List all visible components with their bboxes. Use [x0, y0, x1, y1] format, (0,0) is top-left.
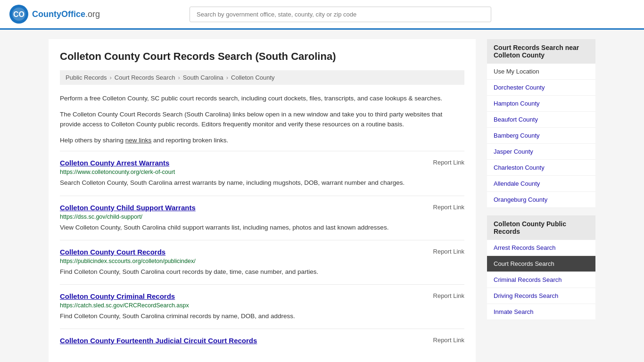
breadcrumb-colleton-county[interactable]: Colleton County	[231, 74, 275, 81]
result-url[interactable]: https://www.colletoncounty.org/clerk-of-…	[60, 169, 464, 175]
report-link[interactable]: Report Link	[433, 337, 464, 344]
sidebar-link-beaufort[interactable]: Beaufort County	[487, 112, 595, 128]
sidebar-link-jasper[interactable]: Jasper County	[487, 144, 595, 160]
result-url[interactable]: https://publicindex.sccourts.org/colleto…	[60, 258, 464, 264]
breadcrumb-public-records[interactable]: Public Records	[66, 74, 107, 81]
result-item: Colleton County Child Support Warrants R…	[60, 196, 464, 240]
sidebar-link-orangeburg[interactable]: Orangeburg County	[487, 192, 595, 208]
result-item: Colleton County Court Records Report Lin…	[60, 240, 464, 284]
breadcrumb-sep-2: ›	[178, 74, 180, 81]
result-url[interactable]: https://catch.sled.sc.gov/CRCRecordSearc…	[60, 302, 464, 309]
description-para1: Perform a free Colleton County, SC publi…	[60, 93, 464, 104]
breadcrumb-sep-3: ›	[226, 74, 228, 81]
result-url[interactable]: https://dss.sc.gov/child-support/	[60, 214, 464, 220]
sidebar: Court Records Search near Colleton Count…	[487, 39, 595, 362]
header: CO CountyOffice.org	[0, 0, 644, 30]
result-header: Colleton County Court Records Report Lin…	[60, 248, 464, 256]
use-my-location-link[interactable]: Use My Location	[487, 64, 595, 80]
nearby-section: Court Records Search near Colleton Count…	[487, 39, 595, 208]
sidebar-link-dorchester[interactable]: Dorchester County	[487, 80, 595, 96]
result-header: Colleton County Child Support Warrants R…	[60, 204, 464, 212]
logo-suffix: .org	[85, 9, 100, 19]
search-bar	[190, 7, 491, 22]
report-link[interactable]: Report Link	[433, 204, 464, 211]
result-title[interactable]: Colleton County Child Support Warrants	[60, 204, 196, 212]
search-input[interactable]	[190, 7, 491, 22]
logo-area[interactable]: CO CountyOffice.org	[9, 5, 100, 24]
result-item: Colleton County Arrest Warrants Report L…	[60, 151, 464, 195]
public-records-section-title: Colleton County Public Records	[487, 215, 595, 240]
result-title[interactable]: Colleton County Court Records	[60, 248, 165, 256]
report-link[interactable]: Report Link	[433, 292, 464, 299]
sidebar-link-charleston[interactable]: Charleston County	[487, 160, 595, 176]
new-links-link[interactable]: new links	[125, 137, 152, 144]
sidebar-link-inmate-search[interactable]: Inmate Search	[487, 304, 595, 320]
public-records-section: Colleton County Public Records Arrest Re…	[487, 215, 595, 320]
description-para3: Help others by sharing new links and rep…	[60, 135, 464, 146]
logo-brand: CountyOffice	[32, 9, 85, 19]
page-title: Colleton County Court Records Search (So…	[60, 50, 464, 63]
sidebar-link-bamberg[interactable]: Bamberg County	[487, 128, 595, 144]
result-header: Colleton County Criminal Records Report …	[60, 292, 464, 300]
result-item: Colleton County Criminal Records Report …	[60, 284, 464, 329]
sidebar-link-criminal-records[interactable]: Criminal Records Search	[487, 272, 595, 288]
breadcrumb-court-records[interactable]: Court Records Search	[115, 74, 175, 81]
sidebar-link-driving-records[interactable]: Driving Records Search	[487, 288, 595, 304]
sidebar-link-arrest-records[interactable]: Arrest Records Search	[487, 240, 595, 256]
result-desc: Search Colleton County, South Carolina a…	[60, 178, 464, 188]
content-area: Colleton County Court Records Search (So…	[49, 39, 476, 362]
result-title[interactable]: Colleton County Fourteenth Judicial Circ…	[60, 337, 257, 345]
breadcrumb-south-carolina[interactable]: South Carolina	[183, 74, 223, 81]
nearby-section-title: Court Records Search near Colleton Count…	[487, 39, 595, 64]
breadcrumb: Public Records › Court Records Search › …	[60, 70, 464, 85]
result-header: Colleton County Fourteenth Judicial Circ…	[60, 337, 464, 345]
result-desc: Find Colleton County, South Carolina cri…	[60, 312, 464, 321]
logo-icon: CO	[9, 5, 28, 24]
result-title[interactable]: Colleton County Criminal Records	[60, 292, 175, 300]
result-header: Colleton County Arrest Warrants Report L…	[60, 159, 464, 167]
result-desc: Find Colleton County, South Carolina cou…	[60, 267, 464, 277]
report-link[interactable]: Report Link	[433, 248, 464, 255]
description-para3-after: and reporting broken links.	[151, 137, 228, 144]
results-list: Colleton County Arrest Warrants Report L…	[60, 151, 464, 354]
result-desc: View Colleton County, South Carolina chi…	[60, 223, 464, 232]
logo-text: CountyOffice.org	[32, 9, 100, 19]
description-para2: The Colleton County Court Records Search…	[60, 109, 464, 130]
result-title[interactable]: Colleton County Arrest Warrants	[60, 159, 169, 167]
svg-text:CO: CO	[13, 10, 25, 18]
result-item: Colleton County Fourteenth Judicial Circ…	[60, 329, 464, 354]
report-link[interactable]: Report Link	[433, 159, 464, 166]
description-para3-before: Help others by sharing	[60, 137, 125, 144]
sidebar-link-court-records[interactable]: Court Records Search	[487, 256, 595, 272]
sidebar-link-allendale[interactable]: Allendale County	[487, 176, 595, 192]
main-container: Colleton County Court Records Search (So…	[39, 30, 605, 362]
sidebar-link-hampton[interactable]: Hampton County	[487, 96, 595, 112]
breadcrumb-sep-1: ›	[109, 74, 111, 81]
